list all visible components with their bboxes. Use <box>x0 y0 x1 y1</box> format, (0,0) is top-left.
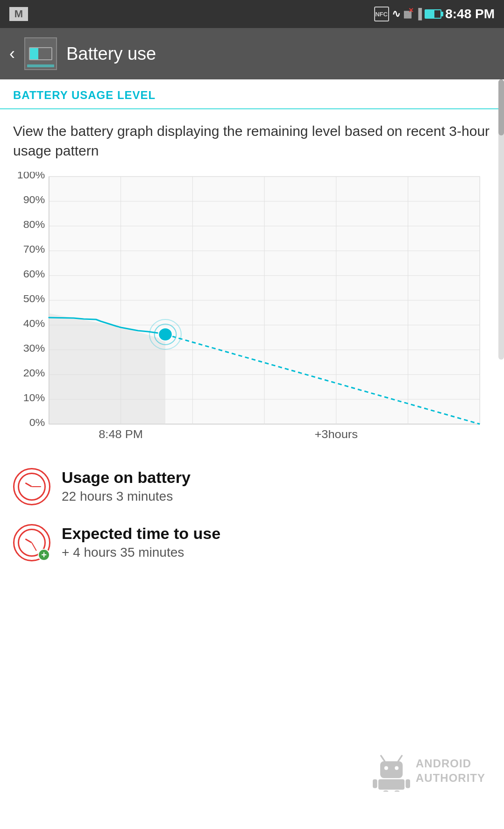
svg-line-41 <box>398 756 402 761</box>
watermark-text: ANDROIDAUTHORITY <box>416 756 485 785</box>
svg-rect-42 <box>378 779 405 789</box>
svg-text:8:48 PM: 8:48 PM <box>99 428 143 440</box>
scrollbar[interactable] <box>498 79 504 360</box>
svg-text:50%: 50% <box>23 293 45 305</box>
section-title: BATTERY USAGE LEVEL <box>13 89 156 101</box>
svg-text:20%: 20% <box>23 367 45 379</box>
expected-time-item: + Expected time to use + 4 hours 35 minu… <box>13 524 491 561</box>
android-robot-icon <box>373 750 410 792</box>
section-header: BATTERY USAGE LEVEL <box>0 79 504 109</box>
status-icons: NFC ∿ ▦✕ ▐ <box>374 7 442 21</box>
gmail-icon: M <box>9 7 28 21</box>
expected-text: Expected time to use + 4 hours 35 minute… <box>62 524 220 560</box>
nfc-icon: NFC <box>374 7 389 21</box>
svg-rect-44 <box>405 779 410 788</box>
svg-text:0%: 0% <box>29 417 45 428</box>
battery-icon <box>425 9 441 19</box>
svg-text:+3hours: +3hours <box>314 428 358 440</box>
clock-min-hand <box>32 486 41 487</box>
usage-on-battery-item: Usage on battery 22 hours 3 minutes <box>13 468 491 505</box>
status-right: NFC ∿ ▦✕ ▐ 8:48 PM <box>374 7 495 21</box>
clock-min-hand-2 <box>31 543 37 551</box>
svg-text:100%: 100% <box>17 172 45 181</box>
svg-rect-45 <box>383 790 388 792</box>
expected-icon: + <box>13 524 50 561</box>
usage-label: Usage on battery <box>62 468 191 487</box>
svg-point-39 <box>395 766 398 770</box>
status-left: M <box>9 7 28 21</box>
content: BATTERY USAGE LEVEL View the battery gra… <box>0 79 504 594</box>
svg-text:80%: 80% <box>23 219 45 230</box>
data-icon: ▦✕ <box>403 8 412 20</box>
description-text: View the battery graph displaying the re… <box>0 114 504 172</box>
svg-line-40 <box>381 756 385 761</box>
svg-point-34 <box>158 328 172 341</box>
svg-rect-37 <box>380 761 403 778</box>
time-display: 8:48 PM <box>445 7 495 21</box>
svg-text:90%: 90% <box>23 194 45 205</box>
back-button[interactable]: ‹ <box>9 44 15 64</box>
svg-text:40%: 40% <box>23 318 45 329</box>
battery-thumbnail <box>24 37 57 70</box>
watermark: ANDROIDAUTHORITY <box>373 750 485 792</box>
svg-point-38 <box>384 766 388 770</box>
plus-icon: + <box>38 549 50 561</box>
wifi-icon: ∿ <box>392 8 400 20</box>
svg-rect-43 <box>373 779 377 788</box>
usage-icon <box>13 468 50 505</box>
svg-text:70%: 70% <box>23 243 45 255</box>
svg-text:10%: 10% <box>23 392 45 404</box>
stats-section: Usage on battery 22 hours 3 minutes + Ex… <box>0 454 504 594</box>
usage-text: Usage on battery 22 hours 3 minutes <box>62 468 191 504</box>
action-bar: ‹ Battery use <box>0 28 504 79</box>
battery-chart: 100% 90% 80% 70% 60% 50% 40% 30% 20% 10%… <box>9 172 495 443</box>
svg-text:30%: 30% <box>23 342 45 354</box>
expected-value: + 4 hours 35 minutes <box>62 545 220 560</box>
usage-value: 22 hours 3 minutes <box>62 489 191 504</box>
page-title: Battery use <box>66 44 156 64</box>
chart-container: 100% 90% 80% 70% 60% 50% 40% 30% 20% 10%… <box>0 172 504 454</box>
scrollbar-thumb[interactable] <box>498 79 504 135</box>
signal-icon: ▐ <box>415 8 422 20</box>
svg-rect-46 <box>394 790 399 792</box>
status-bar: M NFC ∿ ▦✕ ▐ 8:48 PM <box>0 0 504 28</box>
clock-hour-hand <box>25 482 32 488</box>
expected-label: Expected time to use <box>62 524 220 543</box>
svg-text:60%: 60% <box>23 268 45 280</box>
clock-face <box>18 473 46 501</box>
